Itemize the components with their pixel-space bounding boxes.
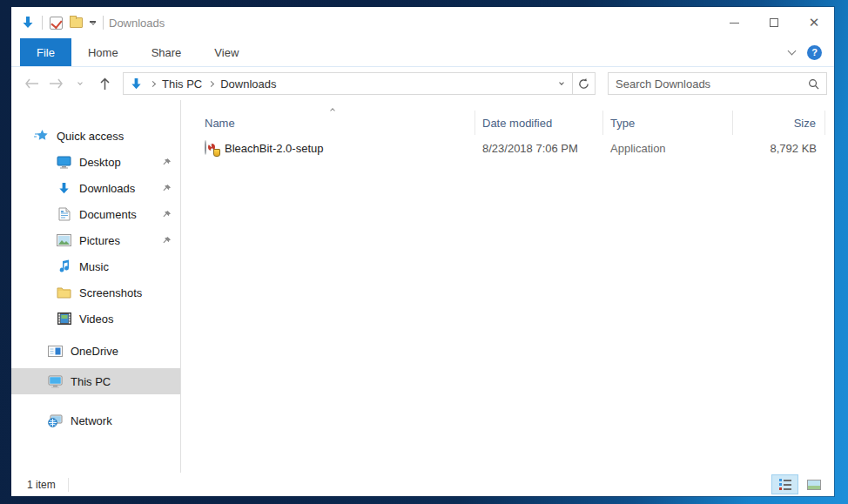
sidebar-item-label: Quick access [57,130,124,143]
content-area: Quick access Desktop Downloads [11,100,834,473]
sidebar-item-documents[interactable]: Documents [11,201,180,227]
downloads-folder-icon [20,16,35,30]
qat-separator [103,16,104,30]
sidebar-item-videos[interactable]: Videos [11,306,180,332]
large-icons-view-icon [807,480,821,490]
file-name-cell[interactable]: BleachBit-2.0-setup [181,141,475,155]
back-button[interactable] [22,74,41,93]
help-icon[interactable]: ? [807,45,822,60]
address-bar[interactable]: This PC Downloads [123,72,596,95]
ribbon-tab-bar: File Home Share View ? [11,38,834,67]
search-icon [808,78,819,90]
folder-icon [57,286,71,300]
properties-checkbox-icon[interactable] [50,17,63,30]
sidebar-item-screenshots[interactable]: Screenshots [11,279,180,306]
sidebar-item-music[interactable]: Music [11,253,180,279]
sidebar-item-onedrive[interactable]: OneDrive [11,338,180,364]
file-date-modified: 8/23/2018 7:06 PM [475,142,603,155]
sort-ascending-icon[interactable] [331,102,334,115]
tab-file[interactable]: File [20,38,71,66]
item-count: 1 item [27,479,56,491]
window-controls: ✕ [714,7,834,38]
column-header-size[interactable]: Size [733,111,825,135]
breadcrumb-chevron-icon[interactable] [208,80,214,86]
this-pc-monitor-icon [48,374,63,389]
minimize-icon [730,23,739,24]
desktop: { "window": { "title": "Downloads" }, "t… [0,0,848,504]
music-note-icon [57,259,71,274]
breadcrumb-chevron-icon[interactable] [150,80,156,86]
sidebar-item-pictures[interactable]: Pictures [11,227,180,253]
sidebar-item-label: Documents [79,208,137,221]
sidebar-item-label: Screenshots [79,286,142,299]
sidebar-item-label: Desktop [79,156,121,169]
status-bar: 1 item [11,473,834,496]
recent-locations-dropdown[interactable] [71,74,90,93]
minimize-button[interactable] [714,7,754,38]
sidebar-item-downloads[interactable]: Downloads [11,175,180,201]
file-row[interactable]: BleachBit-2.0-setup 8/23/2018 7:06 PM Ap… [181,135,834,161]
pin-icon [162,210,172,219]
address-dropdown-chevron-icon[interactable] [551,73,572,94]
collapse-ribbon-chevron-icon[interactable] [788,47,797,56]
sidebar-item-network[interactable]: Network [11,407,180,433]
up-button[interactable] [95,74,114,93]
sidebar-item-desktop[interactable]: Desktop [11,149,180,175]
application-installer-icon [205,141,219,155]
pin-icon [162,236,172,245]
file-list-pane: Name Date modified Type Size BleachBit-2… [181,100,834,473]
breadcrumb-item-this-pc[interactable]: This PC [162,77,202,91]
network-icon [48,413,63,428]
sidebar-item-label: Network [71,414,112,427]
column-header-name[interactable]: Name [181,111,475,135]
details-view-button[interactable] [771,474,798,494]
close-button[interactable]: ✕ [794,7,834,38]
file-size: 8,792 KB [733,142,825,155]
breadcrumb-item-downloads[interactable]: Downloads [220,77,276,91]
tab-share[interactable]: Share [135,38,199,66]
new-folder-icon[interactable] [70,17,83,28]
sidebar-item-label: Downloads [79,182,135,195]
pin-icon [162,158,172,167]
pin-icon [162,184,172,193]
large-icons-view-button[interactable] [800,474,827,494]
qat-separator [42,16,43,30]
sidebar-item-label: This PC [71,375,111,388]
window-title: Downloads [109,17,165,30]
refresh-icon[interactable] [572,73,595,94]
sidebar-item-label: OneDrive [71,345,118,358]
column-header-type[interactable]: Type [603,111,733,135]
tab-view[interactable]: View [198,38,255,66]
sidebar-item-this-pc[interactable]: This PC [11,368,180,394]
address-bar-controls [551,73,595,94]
search-input[interactable]: Search Downloads [608,72,827,95]
quick-access-toolbar [20,16,104,30]
tab-home[interactable]: Home [71,38,135,66]
forward-button[interactable] [46,74,65,93]
maximize-button[interactable] [754,7,794,38]
sidebar-item-label: Music [79,260,109,273]
desktop-icon [57,155,71,170]
column-header-date-modified[interactable]: Date modified [475,111,603,135]
navigation-pane: Quick access Desktop Downloads [11,100,181,473]
customize-qat-dropdown[interactable] [90,21,96,24]
file-type: Application [603,142,733,155]
onedrive-icon [48,344,63,359]
file-explorer-window: Downloads ✕ File Home Share View ? [11,7,834,496]
downloads-folder-icon [57,181,71,196]
videos-film-icon [57,312,71,326]
documents-icon [57,207,71,222]
maximize-icon [770,18,778,27]
column-headers: Name Date modified Type Size [181,100,834,135]
navigation-bar: This PC Downloads Search Downloads [11,67,834,100]
close-icon: ✕ [809,17,820,30]
details-view-icon [779,479,791,490]
quick-access-star-icon [34,129,49,144]
sidebar-item-label: Videos [79,312,114,326]
sidebar-item-quick-access[interactable]: Quick access [11,123,180,149]
status-separator [68,478,69,492]
search-placeholder: Search Downloads [616,77,808,91]
file-name: BleachBit-2.0-setup [225,142,323,155]
view-toggle-group [771,474,831,494]
sidebar-item-label: Pictures [79,234,120,247]
